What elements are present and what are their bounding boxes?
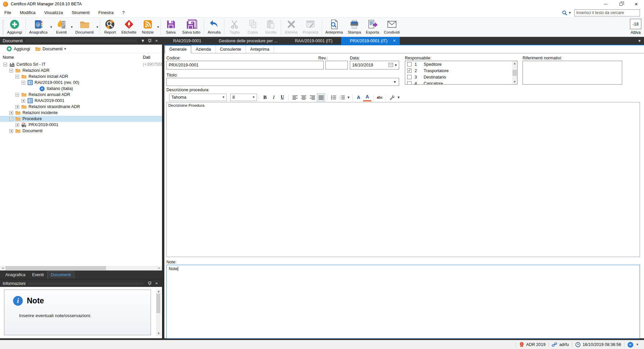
search-options-icon[interactable]: ▼ [569, 11, 571, 14]
form-tab-azienda[interactable]: Azienda [191, 45, 215, 53]
checkbox-unchecked[interactable] [407, 81, 412, 85]
align-left-button[interactable] [291, 93, 299, 101]
rev-input[interactable] [325, 61, 348, 69]
close-button[interactable]: ✕ [629, 0, 644, 8]
align-justify-button[interactable] [317, 93, 325, 101]
panel-close-icon[interactable]: ✕ [153, 282, 160, 285]
checkbox-checked[interactable] [407, 68, 412, 73]
dock-tab-anagrafica[interactable]: Anagrafica [2, 271, 29, 279]
checkbox-unchecked[interactable] [407, 62, 412, 66]
calendar-icon[interactable] [388, 63, 393, 67]
tree-horizontal-scrollbar[interactable]: ◄ ► [0, 266, 162, 270]
report-button[interactable]: Report [101, 18, 119, 37]
tree-item[interactable]: Relazioni straordinarie ADR [0, 104, 162, 110]
scrollbar-thumb[interactable] [5, 266, 106, 270]
pin-icon[interactable] [146, 282, 153, 286]
tree-item[interactable]: Documenti [0, 128, 162, 134]
doc-tab[interactable]: Gestione delle procedure per ... [210, 37, 286, 45]
collapse-icon[interactable] [15, 75, 19, 79]
wrench-dropdown-icon[interactable]: ▼ [396, 96, 400, 99]
scroll-down-icon[interactable]: ▼ [156, 331, 161, 336]
font-size-combo[interactable]: 8 ▼ [230, 94, 257, 101]
tree-item[interactable]: Relazioni annuali ADR [0, 92, 162, 98]
scrollbar-thumb[interactable] [156, 294, 160, 313]
stampa-button[interactable]: Stampa [345, 18, 363, 37]
panel-dropdown-icon[interactable]: ▼ [140, 39, 146, 43]
panel-close-icon[interactable]: ✕ [153, 39, 160, 43]
align-right-button[interactable] [308, 93, 316, 101]
checkbox-unchecked[interactable] [407, 75, 412, 79]
note-textarea[interactable]: Note [166, 265, 640, 339]
italic-button[interactable]: I [270, 93, 278, 101]
numbered-list-button[interactable]: 123 [338, 93, 346, 101]
collapse-icon[interactable] [21, 81, 25, 85]
etichette-button[interactable]: 3 Etichette [119, 18, 139, 37]
doc-tab[interactable]: RAI/2019-0001 [164, 37, 210, 45]
anagrafica-button[interactable]: @ Anagrafica [27, 18, 50, 37]
doc-tab[interactable]: RAA/2019-0001 (IT) [286, 37, 341, 45]
column-dati[interactable]: Dati [143, 55, 150, 60]
salva-button[interactable]: Salva [162, 18, 180, 37]
menu-help[interactable]: ? [118, 9, 129, 16]
tree-item[interactable]: Relazioni incidente [0, 110, 162, 116]
menu-finestra[interactable]: Finestra [94, 9, 118, 16]
menu-file[interactable]: File [0, 9, 15, 16]
bullet-list-button[interactable] [329, 93, 337, 101]
tree-item[interactable]: Relazioni ADR [0, 67, 162, 73]
tree-item[interactable]: Certifico Srl - IT (+3907555 [0, 61, 162, 67]
eventi-dropdown-icon[interactable]: ▼ [70, 26, 73, 29]
condividi-button[interactable]: Condividi [381, 18, 402, 37]
doc-tab-active[interactable]: PRX/2019-0001 (IT) ✕ [341, 37, 400, 45]
form-tab-generale[interactable]: Generale [165, 45, 191, 53]
font-color-button[interactable]: A [363, 93, 371, 101]
codice-input[interactable] [166, 61, 324, 69]
expand-icon[interactable] [21, 99, 25, 103]
menu-modifica[interactable]: Modifica [15, 9, 40, 16]
scroll-up-icon[interactable]: ▲ [156, 289, 161, 294]
titolo-dropdown-icon[interactable]: ▼ [394, 81, 396, 84]
collapse-icon[interactable] [9, 117, 13, 121]
annulla-button[interactable]: Annulla [205, 18, 223, 37]
anteprima-button[interactable]: Anteprima [323, 18, 345, 37]
tab-list-dropdown-icon[interactable]: ▼ [635, 37, 644, 45]
numbered-list-dropdown-icon[interactable]: ▼ [346, 96, 351, 99]
date-dropdown-icon[interactable]: ▼ [395, 64, 397, 67]
tree-folder-button[interactable]: Documenti ▼ [33, 46, 68, 52]
eventi-button[interactable]: Eventi [52, 18, 70, 37]
menu-strumenti[interactable]: Strumenti [67, 9, 94, 16]
documenti-dropdown-icon[interactable]: ▼ [96, 26, 99, 29]
search-input[interactable] [574, 9, 640, 16]
responsabile-row[interactable]: 2 Trasportatore [405, 67, 517, 74]
menu-visualizza[interactable]: Visualizza [40, 9, 67, 16]
notizie-button[interactable]: Notizie [139, 18, 157, 37]
tree-item[interactable]: PRX/2019-0001 [0, 122, 162, 128]
notizie-dropdown-icon[interactable]: ▼ [157, 26, 159, 29]
spellcheck-button[interactable]: abc [376, 93, 384, 101]
titolo-combo[interactable] [166, 78, 399, 86]
scroll-left-icon[interactable]: ◄ [0, 266, 5, 270]
language-status[interactable]: IT ▼ [625, 342, 641, 348]
riferimenti-textarea[interactable] [523, 61, 622, 85]
search-icon[interactable] [562, 10, 568, 16]
restore-button[interactable] [613, 0, 629, 8]
info-vertical-scrollbar[interactable]: ▲ ▼ [156, 289, 161, 336]
scroll-down-icon[interactable]: ▼ [512, 80, 517, 84]
dock-tab-documenti[interactable]: Documenti [47, 271, 75, 279]
tree-item-selected[interactable]: Procedure [0, 116, 162, 122]
collapse-icon[interactable] [15, 93, 19, 97]
dock-tab-eventi[interactable]: Eventi [29, 271, 47, 279]
minimize-button[interactable] [598, 0, 613, 8]
scrollbar-thumb[interactable] [513, 70, 517, 76]
underline-button[interactable]: U [278, 93, 286, 101]
descrizione-editor[interactable]: Decrizioine Proedura [166, 102, 640, 257]
responsabile-row[interactable]: 1 Speditore [405, 61, 517, 67]
aggiungi-button[interactable]: Aggiungi [5, 18, 24, 37]
collapse-icon[interactable] [3, 63, 7, 66]
column-nome[interactable]: Nome [0, 55, 14, 60]
responsabile-row[interactable]: 4 Caricatore [405, 80, 517, 85]
wrench-button[interactable] [388, 93, 396, 101]
expand-icon[interactable] [15, 123, 19, 127]
expand-icon[interactable] [9, 111, 13, 115]
responsabile-row[interactable]: 3 Destinatario [405, 74, 517, 80]
expand-icon[interactable] [15, 105, 19, 109]
